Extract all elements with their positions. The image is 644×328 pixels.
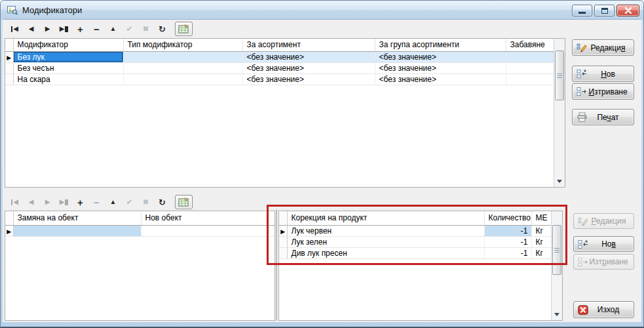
detail-delete-button-label: Изтриване bbox=[589, 257, 634, 266]
grid-cell[interactable]: Див лук пресен bbox=[287, 247, 484, 258]
edit-button[interactable]: Редакция bbox=[572, 39, 634, 56]
exit-button[interactable]: Изход bbox=[573, 301, 634, 318]
nav-refresh-button[interactable]: ↻ bbox=[157, 198, 167, 207]
window-title: Модификатори bbox=[22, 5, 82, 15]
nav-next-button[interactable]: ▶ bbox=[43, 199, 52, 205]
grid-cell[interactable]: -1 bbox=[484, 247, 531, 258]
grid-cell[interactable] bbox=[141, 225, 275, 236]
table-row[interactable]: Без чесън <без значение> <без значение> bbox=[5, 62, 555, 73]
scrollbar-thumb[interactable] bbox=[555, 51, 564, 100]
app-window: Модификатори ◀ ◀ ▶ ▶ + − ▲ ✔ ✖ ↻ bbox=[0, 0, 644, 328]
nav-post-button[interactable]: ✔ bbox=[124, 25, 134, 33]
grid-cell[interactable]: Лук зелен bbox=[287, 236, 484, 247]
nav-prior-button[interactable]: ◀ bbox=[26, 26, 36, 32]
edit-icon: ▲ bbox=[110, 199, 117, 205]
scrollbar-thumb[interactable] bbox=[552, 225, 561, 275]
grid-cell[interactable]: Лук червен bbox=[287, 225, 484, 236]
scroll-up-button[interactable] bbox=[554, 39, 565, 50]
vertical-scrollbar[interactable] bbox=[551, 211, 562, 320]
grid-cell[interactable]: Кг bbox=[531, 247, 552, 258]
vertical-scrollbar[interactable] bbox=[554, 39, 565, 187]
nav-delete-button[interactable]: − bbox=[92, 24, 102, 34]
new-button[interactable]: Нов bbox=[572, 66, 634, 82]
grid-cell[interactable] bbox=[123, 62, 242, 73]
grid-cell[interactable]: Без чесън bbox=[13, 62, 123, 73]
new-record-icon bbox=[578, 239, 589, 249]
table-row[interactable]: Див лук пресен -1 Кг bbox=[279, 247, 552, 258]
nav-last-button[interactable]: ▶ bbox=[59, 199, 69, 205]
grid-cell[interactable] bbox=[506, 62, 555, 73]
nav-prior-button[interactable]: ◀ bbox=[26, 199, 36, 205]
current-row-arrow-icon: ▶ bbox=[280, 228, 285, 235]
post-icon: ✔ bbox=[126, 25, 132, 33]
grid-cell[interactable]: <без значение> bbox=[242, 62, 375, 73]
nav-cancel-button[interactable]: ✖ bbox=[141, 198, 151, 206]
table-row[interactable]: ▶ Лук червен -1 Кг bbox=[279, 225, 552, 236]
column-header-modifier-type: Тип модификатор bbox=[123, 39, 242, 51]
title-bar[interactable]: Модификатори bbox=[1, 1, 643, 19]
grid-cell[interactable]: Без лук bbox=[13, 51, 123, 62]
grid-cell[interactable]: <без значение> bbox=[375, 62, 506, 73]
nav-edit-button[interactable]: ▲ bbox=[108, 199, 118, 205]
nav-edit-button[interactable]: ▲ bbox=[108, 26, 118, 32]
first-bar-icon bbox=[11, 199, 12, 205]
delete-record-icon bbox=[578, 257, 589, 267]
window-icon bbox=[7, 5, 18, 15]
table-row[interactable]: На скара <без значение> <без значение> bbox=[5, 73, 555, 85]
table-row[interactable]: ▶ bbox=[5, 225, 275, 236]
nav-refresh-button[interactable]: ↻ bbox=[157, 25, 167, 33]
maximize-button[interactable] bbox=[594, 5, 615, 16]
grid-cell[interactable]: Кг bbox=[531, 225, 552, 236]
nav-insert-button[interactable]: + bbox=[75, 24, 85, 34]
table-row[interactable]: ▶ Без лук <без значение> <без значение> bbox=[5, 51, 555, 62]
grid-edit-toggle-button[interactable] bbox=[175, 22, 193, 36]
grid-cell[interactable]: <без значение> bbox=[242, 73, 375, 85]
indicator-column-header bbox=[5, 39, 13, 51]
nav-next-button[interactable]: ▶ bbox=[43, 26, 52, 32]
nav-cancel-button[interactable]: ✖ bbox=[141, 25, 151, 33]
nav-last-button[interactable]: ▶ bbox=[59, 26, 69, 32]
grid-cell[interactable]: <без значение> bbox=[242, 51, 375, 62]
nav-first-button[interactable]: ◀ bbox=[10, 199, 20, 205]
detail-new-button[interactable]: Нов bbox=[573, 236, 634, 252]
print-button[interactable]: Печат bbox=[572, 109, 634, 125]
post-icon: ✔ bbox=[126, 198, 132, 206]
close-button[interactable] bbox=[616, 5, 639, 16]
grid-cell[interactable] bbox=[506, 51, 555, 62]
new-record-icon bbox=[577, 69, 588, 79]
scroll-down-button[interactable] bbox=[552, 309, 562, 320]
edit-button-label: Редакция bbox=[588, 43, 634, 52]
grid-cell[interactable]: Кг bbox=[531, 236, 552, 247]
nav-delete-button[interactable]: − bbox=[92, 197, 102, 207]
refresh-icon: ↻ bbox=[159, 25, 166, 33]
grid-cell[interactable]: <без значение> bbox=[375, 51, 506, 62]
grid-edit-toggle-button[interactable] bbox=[175, 195, 193, 209]
grid-cell[interactable]: На скара bbox=[13, 73, 123, 85]
caption-buttons bbox=[572, 5, 639, 16]
grid-cell[interactable]: <без значение> bbox=[375, 73, 506, 85]
detail-new-button-label: Нов bbox=[589, 239, 634, 249]
nav-insert-button[interactable]: + bbox=[75, 197, 85, 207]
column-header-assortment-group: За група асортименти bbox=[375, 39, 506, 51]
panel-splitter[interactable] bbox=[276, 209, 277, 321]
nav-first-button[interactable]: ◀ bbox=[10, 26, 20, 32]
grid-cell[interactable] bbox=[13, 225, 141, 236]
minimize-button[interactable] bbox=[572, 5, 592, 16]
column-header-assortment: За асортимент bbox=[242, 39, 375, 51]
grid-cell[interactable]: -1 bbox=[484, 225, 531, 236]
grid-cell[interactable] bbox=[123, 73, 242, 85]
scroll-down-button[interactable] bbox=[554, 176, 565, 187]
delete-button[interactable]: Изтриване bbox=[572, 83, 634, 100]
table-row[interactable]: Лук зелен -1 Кг bbox=[279, 236, 552, 247]
detail-edit-button[interactable]: Редакция bbox=[573, 213, 634, 229]
grid-cell[interactable]: -1 bbox=[484, 236, 531, 247]
nav-post-button[interactable]: ✔ bbox=[124, 198, 134, 206]
refresh-icon: ↻ bbox=[159, 198, 166, 207]
column-header-unit: МЕ bbox=[531, 211, 552, 225]
next-icon: ▶ bbox=[45, 199, 50, 205]
last-bar-icon bbox=[65, 199, 68, 205]
detail-delete-button[interactable]: Изтриване bbox=[573, 254, 634, 270]
scroll-up-button[interactable] bbox=[552, 211, 562, 222]
grid-cell[interactable] bbox=[506, 73, 555, 85]
grid-cell[interactable] bbox=[123, 51, 242, 62]
